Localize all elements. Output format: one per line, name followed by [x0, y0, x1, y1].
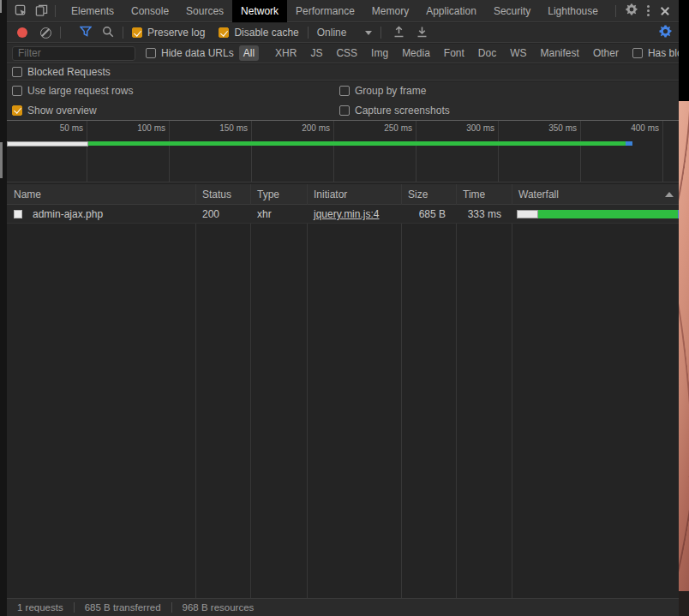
checkbox-checked-icon[interactable] [219, 27, 229, 38]
filter-type-css[interactable]: CSS [332, 45, 362, 61]
checkbox-checked-icon[interactable] [12, 105, 22, 116]
preserve-log-checkbox[interactable]: Preserve log [132, 27, 205, 39]
more-options-icon[interactable] [640, 5, 656, 16]
filter-type-manifest[interactable]: Manifest [536, 45, 584, 61]
column-header-size[interactable]: Size [401, 184, 456, 205]
request-time: 333 ms [456, 205, 506, 224]
inspect-element-icon[interactable] [14, 4, 27, 18]
filter-type-font[interactable]: Font [440, 45, 469, 61]
checkbox-unchecked-icon[interactable] [339, 105, 350, 116]
column-separator[interactable] [512, 184, 512, 598]
filter-icon[interactable] [80, 26, 92, 39]
device-toolbar-icon[interactable] [34, 4, 48, 18]
import-har-icon[interactable] [393, 26, 404, 40]
divider [55, 5, 56, 17]
timeline-tick-label: 150 ms [196, 123, 248, 133]
filter-type-other[interactable]: Other [589, 45, 623, 61]
overview-blue-tip [626, 141, 632, 146]
checkbox-unchecked-icon[interactable] [146, 48, 156, 58]
checkbox-unchecked-icon[interactable] [632, 48, 643, 58]
initiator-link[interactable]: jquery.min.js:4 [314, 208, 379, 220]
search-icon[interactable] [102, 26, 114, 40]
devtools-panel: Elements Console Sources Network Perform… [7, 0, 679, 616]
show-overview-checkbox[interactable]: Show overview [12, 105, 97, 117]
group-by-frame-checkbox[interactable]: Group by frame [339, 85, 426, 97]
checkbox-unchecked-icon[interactable] [12, 67, 22, 77]
column-separator[interactable] [307, 184, 308, 598]
waterfall-waiting-segment [517, 210, 538, 218]
throttling-value: Online [317, 27, 347, 39]
timeline-gridline [87, 121, 87, 182]
filter-type-media[interactable]: Media [398, 45, 434, 61]
network-toolbar: Preserve log Disable cache Online [7, 23, 679, 43]
column-header-type[interactable]: Type [250, 184, 307, 205]
column-header-waterfall[interactable]: Waterfall [512, 184, 666, 205]
column-header-time[interactable]: Time [456, 184, 512, 205]
timeline-gridline [662, 121, 663, 182]
network-overview-timeline[interactable]: 50 ms 100 ms 150 ms 200 ms 250 ms 300 ms… [7, 120, 679, 182]
column-separator[interactable] [195, 184, 196, 598]
tab-elements[interactable]: Elements [63, 0, 123, 22]
tab-application[interactable]: Application [417, 0, 485, 22]
page-sliver-bottom [679, 591, 689, 616]
column-separator[interactable] [401, 184, 402, 598]
timeline-tick-label: 200 ms [279, 123, 330, 133]
timeline-tick-label: 250 ms [361, 123, 412, 133]
background-window-artifact [0, 142, 3, 178]
request-size: 685 B [401, 205, 451, 224]
tab-sources[interactable]: Sources [177, 0, 232, 22]
column-header-status[interactable]: Status [195, 184, 250, 205]
filter-type-xhr[interactable]: XHR [271, 45, 301, 61]
tab-security[interactable]: Security [485, 0, 539, 22]
tab-memory[interactable]: Memory [363, 0, 417, 22]
filter-input[interactable] [12, 46, 135, 61]
disable-cache-checkbox[interactable]: Disable cache [219, 27, 298, 39]
column-header-name[interactable]: Name [7, 184, 195, 205]
tab-network[interactable]: Network [232, 0, 287, 22]
divider [380, 27, 381, 39]
column-separator[interactable] [456, 184, 457, 598]
resources-size: 968 B resources [172, 602, 265, 613]
close-devtools-icon[interactable] [656, 3, 674, 20]
filter-type-img[interactable]: Img [367, 45, 392, 61]
use-large-rows-checkbox[interactable]: Use large request rows [12, 85, 133, 97]
devtools-tabbar: Elements Console Sources Network Perform… [7, 0, 679, 22]
blocked-requests-checkbox[interactable]: Blocked Requests [12, 66, 111, 78]
tab-console[interactable]: Console [123, 0, 177, 22]
clear-icon[interactable] [40, 27, 51, 39]
timeline-tick-label: 400 ms [608, 123, 659, 133]
request-initiator-cell: jquery.min.js:4 [307, 205, 401, 224]
checkbox-unchecked-icon[interactable] [12, 86, 22, 96]
record-network-log-button[interactable] [17, 27, 27, 38]
preserve-log-label: Preserve log [147, 27, 205, 39]
hide-data-urls-checkbox[interactable]: Hide data URLs [146, 47, 234, 59]
network-settings-gear-icon[interactable] [659, 25, 672, 40]
filter-type-all[interactable]: All [239, 45, 259, 61]
divider [308, 27, 309, 39]
timeline-gridline [498, 121, 499, 182]
tabbar-right-controls [608, 3, 679, 20]
throttling-dropdown[interactable]: Online [317, 27, 373, 39]
column-header-initiator[interactable]: Initiator [307, 184, 401, 205]
request-count: 1 requests [7, 602, 74, 613]
chevron-down-icon [365, 31, 372, 35]
disable-cache-label: Disable cache [234, 27, 298, 39]
tab-lighthouse[interactable]: Lighthouse [539, 0, 607, 22]
filter-type-doc[interactable]: Doc [474, 45, 500, 61]
checkbox-unchecked-icon[interactable] [339, 86, 350, 96]
sort-ascending-icon[interactable] [665, 192, 674, 197]
waterfall-download-segment [538, 210, 678, 218]
export-har-icon[interactable] [416, 26, 428, 40]
settings-gear-icon[interactable] [623, 3, 640, 18]
capture-screenshots-checkbox[interactable]: Capture screenshots [339, 105, 450, 117]
tab-performance[interactable]: Performance [287, 0, 363, 22]
blocked-requests-row: Blocked Requests [7, 64, 679, 81]
hide-data-urls-label: Hide data URLs [161, 47, 234, 59]
request-row-admin-ajax[interactable]: admin-ajax.php 200 xhr jquery.min.js:4 6… [7, 205, 679, 224]
divider [615, 5, 616, 17]
request-file-icon [14, 210, 22, 218]
column-separator[interactable] [250, 184, 251, 598]
filter-type-ws[interactable]: WS [506, 45, 530, 61]
filter-type-js[interactable]: JS [306, 45, 327, 61]
checkbox-checked-icon[interactable] [132, 27, 142, 38]
